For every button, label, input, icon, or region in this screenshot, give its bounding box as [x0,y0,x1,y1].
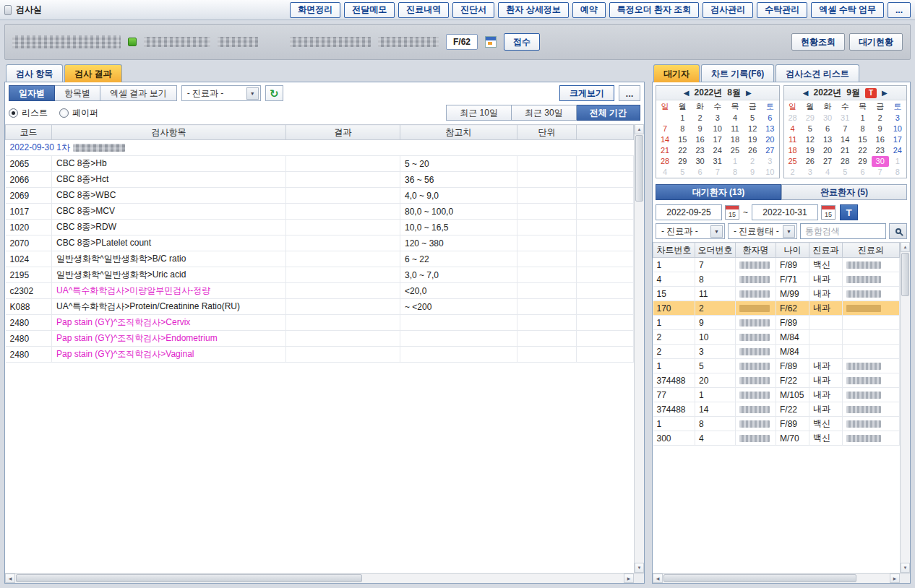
dept-filter-select[interactable]: - 진료과 - ▼ [656,223,725,239]
tab-test-results[interactable]: 검사 결과 [64,64,121,82]
calendar-date[interactable]: 25 [784,156,802,167]
patients-col-3[interactable]: 환자명 [736,243,776,258]
department-select[interactable]: - 진료과 - ▼ [181,85,261,101]
calendar-date[interactable]: 5 [744,113,761,124]
results-horizontal-scrollbar[interactable]: ◀ ▶ [5,573,634,583]
chevron-down-icon[interactable]: ▼ [783,225,795,238]
calendar-date[interactable]: 17 [709,134,726,145]
calendar-date[interactable]: 5 [836,167,854,178]
result-row[interactable]: 2065CBC 8종>Hb5 ~ 20 [6,156,634,172]
result-row[interactable]: 2070CBC 8종>PLatelet count120 ~ 380 [6,235,634,251]
patient-row[interactable]: 771M/105내과 [653,388,900,402]
today-filter-button[interactable]: T [840,204,858,220]
calendar-date[interactable]: 5 [802,124,819,134]
date-from-input[interactable]: 2022-09-25 [656,204,722,220]
prev-month-icon[interactable]: ◀ [684,90,690,97]
calendar-date[interactable]: 25 [726,145,744,156]
calendar-date[interactable]: 9 [691,124,708,134]
calendar-date[interactable]: 11 [784,134,802,145]
scroll-right-icon[interactable]: ▶ [890,574,900,583]
date-to-picker-icon[interactable]: 15 [821,205,835,220]
result-row[interactable]: c2302UA^특수화학검사>미량알부민검사-정량<20,0 [6,283,634,299]
calendar-date[interactable]: 8 [674,124,691,134]
result-row[interactable]: 1017CBC 8종>MCV80,0 ~ 100,0 [6,204,634,220]
result-row[interactable]: 2066CBC 8종>Hct36 ~ 56 [6,172,634,188]
calendar-date[interactable]: 26 [802,156,819,167]
waiting-patients-tab[interactable]: 대기환자 (13) [656,184,781,200]
calendar-date[interactable]: 7 [836,124,854,134]
calendar-date[interactable]: 1 [674,113,691,124]
patients-horizontal-scrollbar[interactable]: ◀ ▶ [653,573,900,583]
calendar-date[interactable]: 19 [744,134,761,145]
top-button-5[interactable]: 환자 상세정보 [498,2,568,18]
calendar-date[interactable]: 24 [709,145,726,156]
calendar-date[interactable]: 28 [784,113,802,124]
patients-vscroll-thumb[interactable] [901,253,909,296]
patient-row[interactable]: 48F/71내과 [653,272,900,287]
patients-vertical-scrollbar[interactable]: ▲ ▼ [900,242,910,573]
calendar-date[interactable]: 11 [726,124,744,134]
patient-row[interactable]: 37448814F/22내과 [653,402,900,417]
top-button-1[interactable]: 화면정리 [290,2,340,18]
patients-col-5[interactable]: 진료과 [809,243,843,258]
calendar-date[interactable]: 26 [744,145,761,156]
calendar-date[interactable]: 10 [709,124,726,134]
search-input[interactable]: 통합검색 [800,223,886,239]
calendar-date[interactable]: 13 [761,124,778,134]
calendar-date[interactable]: 2 [872,113,889,124]
more-options-button[interactable]: ... [619,85,640,101]
col-name[interactable]: 검사항목 [52,125,286,140]
result-row[interactable]: 2069CBC 8종>WBC4,0 ~ 9,0 [6,188,634,204]
scroll-down-icon[interactable]: ▼ [901,563,910,573]
calendar-date[interactable]: 23 [872,145,889,156]
calendar-date[interactable]: 6 [819,124,836,134]
radio-list[interactable]: 리스트 [9,107,48,119]
calendar-date[interactable]: 31 [836,113,854,124]
patient-row[interactable]: 23M/84 [653,345,900,359]
chevron-down-icon[interactable]: ▼ [710,225,723,238]
tab-findings-list[interactable]: 검사소견 리스트 [776,64,859,82]
patient-row[interactable]: 37448820F/22내과 [653,373,900,388]
calendar-date[interactable]: 1 [726,156,744,167]
today-button[interactable]: T [865,88,877,98]
calendar-date[interactable]: 18 [726,134,744,145]
calendar-date[interactable]: 10 [889,124,906,134]
result-row[interactable]: 1020CBC 8종>RDW10,0 ~ 16,5 [6,220,634,235]
radio-paper[interactable]: 페이퍼 [59,107,98,119]
calendar-date[interactable]: 22 [854,145,871,156]
calendar-date[interactable]: 20 [819,145,836,156]
waiting-status-button[interactable]: 대기현황 [849,33,903,51]
date-to-input[interactable]: 2022-10-31 [752,204,818,220]
calendar-date[interactable]: 1 [889,156,906,167]
calendar-date[interactable]: 5 [674,167,691,178]
calendar-date[interactable]: 12 [744,124,761,134]
calendar-date[interactable]: 3 [761,156,778,167]
calendar-date[interactable]: 16 [872,134,889,145]
result-row[interactable]: K088UA^특수화학검사>Protein/Creatinine Ratio(R… [6,299,634,315]
col-result[interactable]: 결과 [286,125,400,140]
result-row[interactable]: 1024일반생화학^일반생화학>B/C ratio6 ~ 22 [6,251,634,267]
chevron-down-icon[interactable]: ▼ [246,87,259,100]
top-button-9[interactable]: 수탁관리 [757,2,807,18]
scroll-right-icon[interactable]: ▶ [624,574,634,583]
calendar-date[interactable]: 8 [854,124,871,134]
scroll-down-icon[interactable]: ▼ [635,563,644,573]
calendar-date[interactable]: 15 [854,134,871,145]
calendar-date[interactable]: 15 [674,134,691,145]
date-from-picker-icon[interactable]: 15 [725,205,739,220]
patients-col-2[interactable]: 오더번호 [695,243,736,258]
top-button-10[interactable]: 엑셀 수탁 업무 [811,2,884,18]
calendar-date[interactable]: 27 [819,156,836,167]
calendar-date[interactable]: 6 [854,167,871,178]
calendar-date[interactable]: 9 [872,124,889,134]
calendar-date[interactable]: 8 [726,167,744,178]
next-month-icon[interactable]: ▶ [882,90,888,97]
patients-col-6[interactable]: 진료의 [843,243,900,258]
search-button[interactable] [889,223,907,239]
calendar-date[interactable]: 6 [691,167,708,178]
col-code[interactable]: 코드 [6,125,52,140]
result-row[interactable]: 2480Pap stain (GY)^조직학검사>Cervix [6,315,634,331]
full-period-button[interactable]: 전체 기간 [577,105,640,121]
top-button-8[interactable]: 검사관리 [703,2,753,18]
result-row[interactable]: 2480Pap stain (GY)^조직학검사>Endometrium [6,331,634,347]
